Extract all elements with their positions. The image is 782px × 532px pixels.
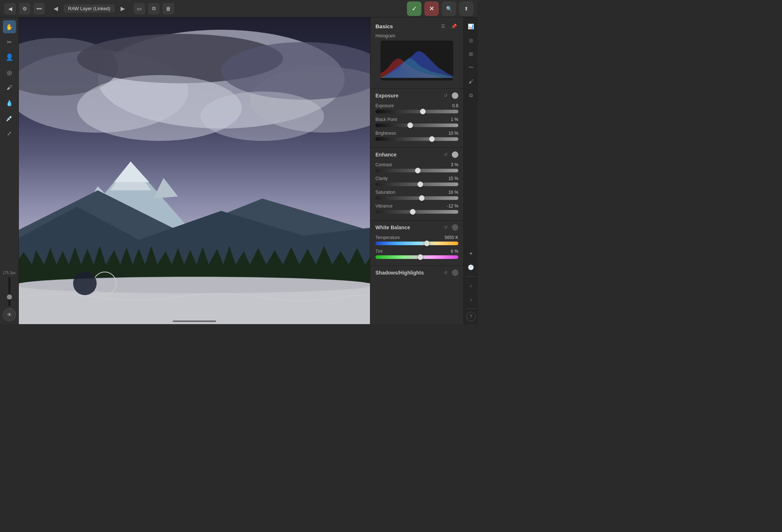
saturation-value: 16 %	[449, 190, 458, 195]
hand-tool[interactable]: ✋	[3, 20, 16, 33]
nav-next-button[interactable]: ▶	[118, 4, 128, 14]
help-panel-button[interactable]: ?	[466, 312, 476, 321]
panel-pin-button[interactable]: 📌	[450, 22, 458, 30]
vibrance-thumb	[410, 209, 416, 215]
brightness-track[interactable]	[375, 137, 458, 141]
contrast-slider-row: Contrast 3 %	[375, 162, 458, 172]
lens-panel-button[interactable]: ◎	[465, 34, 477, 46]
monitor-button[interactable]: ▭	[134, 3, 145, 14]
wb-toggle[interactable]	[452, 224, 458, 231]
black-point-label: Black Point	[375, 117, 397, 122]
enhance-toggle[interactable]	[452, 151, 458, 158]
clarity-slider-row: Clarity 15 %	[375, 176, 458, 186]
eyedropper-tool[interactable]: 💉	[3, 112, 16, 125]
canvas-area[interactable]	[19, 17, 370, 324]
shadows-highlights-header: Shadows/Highlights ↺	[375, 269, 458, 277]
exposure-icons: ↺	[442, 92, 458, 100]
black-point-track[interactable]	[375, 123, 458, 127]
brush-panel-button[interactable]: 🖌	[465, 75, 477, 88]
cancel-button[interactable]: ✕	[424, 1, 439, 16]
sh-reset-button[interactable]: ↺	[442, 269, 450, 277]
shadows-highlights-icons: ↺	[442, 269, 458, 277]
search-button[interactable]: 🔍	[442, 1, 456, 16]
chevron-right-panel-button[interactable]: ›	[465, 293, 477, 306]
histogram-label: Histogram	[375, 33, 458, 38]
crop-tool[interactable]: ✂	[3, 35, 16, 49]
top-bar: ◀ ⚙ ••• ◀ RAW Layer (Linked) ▶ ▭ ⧉ 🗑 ✓ ✕…	[0, 0, 478, 17]
confirm-button[interactable]: ✓	[407, 1, 421, 16]
transform-tool[interactable]: ⤢	[3, 127, 16, 140]
compass-panel-button[interactable]: ✦	[465, 247, 477, 260]
contrast-thumb	[415, 168, 421, 173]
temperature-track[interactable]	[375, 242, 458, 245]
clarity-track[interactable]	[375, 183, 458, 186]
circle-overlay	[73, 272, 117, 295]
visibility-button[interactable]: 👁	[3, 308, 16, 321]
size-slider[interactable]	[8, 277, 10, 306]
svg-point-20	[19, 277, 370, 293]
curve-panel-button[interactable]: 〜	[465, 62, 477, 74]
svg-point-8	[201, 92, 324, 141]
main-area: ✋ ✂ 👤 ◎ 🖌 💧 💉 ⤢ 175.3px 👁	[0, 17, 478, 324]
enhance-reset-button[interactable]: ↺	[442, 151, 450, 159]
clone-tool[interactable]: 👤	[3, 51, 16, 64]
sh-toggle[interactable]	[452, 269, 458, 276]
shadows-highlights-section: Shadows/Highlights ↺	[370, 265, 463, 283]
saturation-slider-row: Saturation 16 %	[375, 190, 458, 200]
tint-track[interactable]	[375, 255, 458, 259]
black-point-slider-row: Black Point 1 %	[375, 117, 458, 127]
back-button[interactable]: ◀	[4, 3, 16, 14]
temperature-label: Temperature	[375, 235, 400, 240]
histogram-panel-button[interactable]: 📊	[465, 20, 477, 33]
tint-thumb	[417, 254, 423, 260]
dark-circle	[73, 272, 97, 295]
horizontal-scrollbar[interactable]	[173, 321, 216, 322]
nav-prev-button[interactable]: ◀	[51, 4, 61, 14]
vibrance-track[interactable]	[375, 210, 458, 214]
contrast-label: Contrast	[375, 162, 392, 167]
exposure-reset-button[interactable]: ↺	[442, 92, 450, 100]
contrast-value: 3 %	[451, 162, 458, 167]
exposure-section: Exposure ↺ Exposure 0.8 Black P	[370, 88, 463, 147]
exposure-toggle[interactable]	[452, 92, 458, 99]
histogram-svg	[381, 41, 453, 80]
exposure-track[interactable]	[375, 110, 458, 113]
paint-tool[interactable]: 🖌	[3, 81, 16, 94]
enhance-header: Enhance ↺	[375, 151, 458, 159]
dodge-tool[interactable]: 💧	[3, 96, 16, 109]
white-balance-icons: ↺	[442, 223, 458, 231]
landscape-svg	[19, 17, 370, 324]
wb-reset-button[interactable]: ↺	[442, 223, 450, 231]
more-button[interactable]: •••	[33, 3, 45, 14]
contrast-track[interactable]	[375, 169, 458, 172]
clock-panel-button[interactable]: 🕐	[465, 261, 477, 273]
trash-button[interactable]: 🗑	[163, 3, 174, 14]
right-icon-panel: 📊 ◎ ⊞ 〜 🖌 ⧉ ✦ 🕐 ‹ › ?	[463, 17, 478, 324]
tint-value: 6 %	[451, 249, 458, 254]
exposure-slider-row: Exposure 0.8	[375, 103, 458, 113]
chevron-left-panel-button[interactable]: ‹	[465, 280, 477, 292]
left-toolbar: ✋ ✂ 👤 ◎ 🖌 💧 💉 ⤢ 175.3px 👁	[0, 17, 19, 324]
exposure-value: 0.8	[452, 103, 458, 108]
layers-button[interactable]: ⧉	[148, 3, 160, 14]
top-bar-left: ◀ ⚙ •••	[4, 3, 45, 14]
black-point-thumb	[407, 122, 413, 128]
export-button[interactable]: ⬆	[459, 1, 474, 16]
panel-title: Basics	[375, 23, 393, 29]
size-thumb	[7, 294, 12, 299]
saturation-track[interactable]	[375, 196, 458, 200]
panel-menu-button[interactable]: ☰	[439, 22, 447, 30]
enhance-icons: ↺	[442, 151, 458, 159]
saturation-thumb	[419, 195, 425, 201]
retouch-tool[interactable]: ◎	[3, 66, 16, 79]
node-panel-button[interactable]: ⊞	[465, 48, 477, 60]
exposure-thumb	[420, 109, 426, 114]
saturation-label: Saturation	[375, 190, 395, 195]
brightness-value: 10 %	[449, 131, 458, 136]
exposure-label: Exposure	[375, 103, 394, 108]
temperature-thumb	[424, 240, 430, 246]
layers-panel-button[interactable]: ⧉	[465, 89, 477, 101]
settings-button[interactable]: ⚙	[19, 3, 30, 14]
exposure-header: Exposure ↺	[375, 92, 458, 100]
enhance-section: Enhance ↺ Contrast 3 % Clarity	[370, 147, 463, 220]
